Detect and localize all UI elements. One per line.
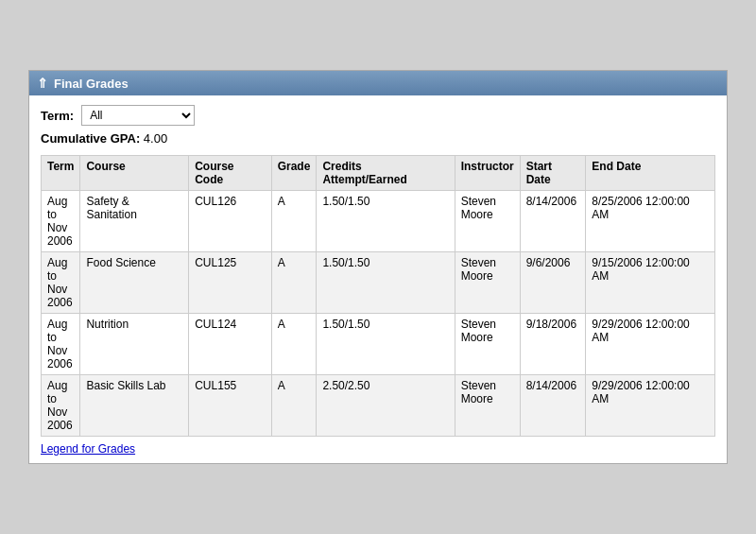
cell-end-date: 9/29/2006 12:00:00 AM xyxy=(586,375,715,437)
cell-course: Safety & Sanitation xyxy=(80,191,189,252)
col-header-end-date: End Date xyxy=(586,156,715,191)
cell-credits: 1.50/1.50 xyxy=(317,314,455,375)
cell-end-date: 8/25/2006 12:00:00 AM xyxy=(586,191,715,252)
table-row: Aug to Nov 2006Safety & SanitationCUL126… xyxy=(42,191,715,252)
cell-course: Food Science xyxy=(80,252,189,314)
col-header-instructor: Instructor xyxy=(455,156,520,191)
cell-course-code: CUL125 xyxy=(189,252,271,314)
cell-start-date: 9/6/2006 xyxy=(520,252,586,314)
cell-credits: 1.50/1.50 xyxy=(317,252,455,314)
gpa-row: Cumulative GPA: 4.00 xyxy=(41,131,715,146)
cell-grade: A xyxy=(271,314,317,375)
cell-term: Aug to Nov 2006 xyxy=(42,191,80,252)
cell-instructor: Steven Moore xyxy=(455,191,520,252)
cell-term: Aug to Nov 2006 xyxy=(42,314,80,375)
table-row: Aug to Nov 2006Food ScienceCUL125A1.50/1… xyxy=(42,252,715,314)
panel-title: Final Grades xyxy=(54,77,129,91)
term-select[interactable]: All Aug to Nov 2006 xyxy=(81,105,195,126)
col-header-course: Course xyxy=(80,156,189,191)
cell-course-code: CUL155 xyxy=(189,375,271,437)
cell-start-date: 8/14/2006 xyxy=(520,191,586,252)
gpa-value: 4.00 xyxy=(144,131,167,146)
final-grades-panel: ⇑ Final Grades Term: All Aug to Nov 2006… xyxy=(28,70,728,464)
cell-course: Nutrition xyxy=(80,314,189,375)
table-header-row: Term Course Course Code Grade Credits At… xyxy=(42,156,715,191)
cell-start-date: 8/14/2006 xyxy=(520,375,586,437)
table-row: Aug to Nov 2006NutritionCUL124A1.50/1.50… xyxy=(42,314,715,375)
collapse-icon[interactable]: ⇑ xyxy=(37,76,48,91)
cell-term: Aug to Nov 2006 xyxy=(42,252,80,314)
cell-grade: A xyxy=(271,375,317,437)
term-row: Term: All Aug to Nov 2006 xyxy=(41,105,715,126)
panel-header: ⇑ Final Grades xyxy=(29,71,727,95)
legend-row: Legend for Grades xyxy=(41,437,715,457)
col-header-term: Term xyxy=(42,156,80,191)
cell-course: Basic Skills Lab xyxy=(80,375,189,437)
col-header-start-date: Start Date xyxy=(520,156,586,191)
cell-instructor: Steven Moore xyxy=(455,375,520,437)
cell-grade: A xyxy=(271,252,317,314)
col-header-course-code: Course Code xyxy=(189,156,271,191)
cell-instructor: Steven Moore xyxy=(455,314,520,375)
cell-course-code: CUL126 xyxy=(189,191,271,252)
cell-course-code: CUL124 xyxy=(189,314,271,375)
grades-table: Term Course Course Code Grade Credits At… xyxy=(41,155,715,437)
col-header-grade: Grade xyxy=(271,156,317,191)
cell-instructor: Steven Moore xyxy=(455,252,520,314)
table-row: Aug to Nov 2006Basic Skills LabCUL155A2.… xyxy=(42,375,715,437)
legend-link[interactable]: Legend for Grades xyxy=(41,442,135,456)
gpa-label: Cumulative GPA: xyxy=(41,131,140,146)
term-label: Term: xyxy=(41,109,74,123)
cell-end-date: 9/29/2006 12:00:00 AM xyxy=(586,314,715,375)
col-header-credits: Credits Attempt/Earned xyxy=(317,156,455,191)
cell-credits: 2.50/2.50 xyxy=(317,375,455,437)
cell-grade: A xyxy=(271,191,317,252)
cell-credits: 1.50/1.50 xyxy=(317,191,455,252)
panel-body: Term: All Aug to Nov 2006 Cumulative GPA… xyxy=(29,95,727,463)
cell-term: Aug to Nov 2006 xyxy=(42,375,80,437)
cell-end-date: 9/15/2006 12:00:00 AM xyxy=(586,252,715,314)
cell-start-date: 9/18/2006 xyxy=(520,314,586,375)
